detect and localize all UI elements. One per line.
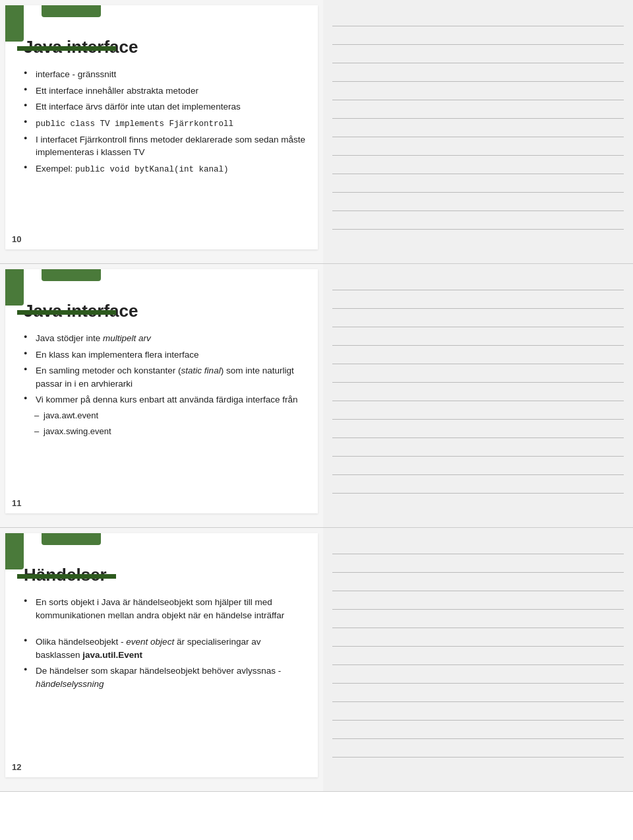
slide-notes-11 [323,264,633,527]
note-line [332,290,624,309]
note-line [332,721,624,739]
deco-title-bar-11 [17,310,116,315]
note-line [332,702,624,721]
list-item: En sorts objekt i Java är händelseobjekt… [24,596,306,622]
note-line [332,193,624,211]
note-line [332,211,624,230]
deco-title-bar-10 [17,46,116,51]
note-line [332,438,624,457]
list-item: interface - gränssnitt [24,68,306,81]
deco-top-left-10 [5,5,24,42]
list-item: I interfacet Fjärrkontroll finns metoder… [24,133,306,159]
note-line [332,63,624,82]
slide-notes-12 [323,528,633,791]
list-item: Ett interface innehåller abstrakta metod… [24,84,306,98]
note-line [332,457,624,475]
slide-left-11: Java interface Java stödjer inte multipe… [0,264,323,527]
slide-notes-10 [323,0,633,263]
note-line [332,536,624,554]
deco-top-bar-12 [42,533,101,545]
list-item: public class TV implements Fjärrkontroll [24,117,306,130]
slide-number-12: 12 [12,762,21,772]
note-line [332,420,624,438]
bullet-list-12b: Olika händelseobjekt - event object är s… [24,635,306,690]
note-line [332,174,624,193]
slide-left-10: Java interface interface - gränssnitt Et… [0,0,323,263]
slide-content-12: En sorts objekt i Java är händelseobjekt… [18,596,306,690]
note-line [332,684,624,702]
list-item: Exempel: public void bytKanal(int kanal) [24,162,306,176]
italic-text: static final [181,366,221,375]
deco-title-bar-12 [17,574,116,579]
slide-row-12: Händelser En sorts objekt i Java är händ… [0,528,633,792]
list-item-sub: java.awt.event [24,410,306,422]
italic-text: multipelt arv [103,333,151,343]
slide-number-11: 11 [12,498,21,508]
note-line [332,346,624,364]
note-line [332,364,624,383]
bullet-list-10: interface - gränssnitt Ett interface inn… [24,68,306,176]
note-line [332,591,624,610]
note-line [332,401,624,420]
note-line [332,156,624,174]
list-item: En samling metoder och konstanter (stati… [24,364,306,390]
note-line [332,45,624,63]
bold-text: java.util.Event [82,650,142,660]
note-line [332,26,624,45]
note-line [332,665,624,684]
list-item: Vi kommer på denna kurs enbart att använ… [24,393,306,406]
slide-content-10: interface - gränssnitt Ett interface inn… [18,68,306,176]
slide-row-10: Java interface interface - gränssnitt Et… [0,0,633,264]
note-line [332,100,624,119]
note-line [332,8,624,26]
note-line [332,383,624,401]
list-item: Java stödjer inte multipelt arv [24,332,306,345]
note-line [332,137,624,156]
italic-text: event object [126,637,174,647]
slide-number-10: 10 [12,234,21,244]
slide-inner-10: Java interface interface - gränssnitt Et… [5,5,318,249]
note-line [332,610,624,628]
list-item: En klass kan implementera flera interfac… [24,348,306,362]
deco-top-left-12 [5,533,24,569]
note-line [332,739,624,758]
note-line [332,272,624,290]
bullet-list-11: Java stödjer inte multipelt arv En klass… [24,332,306,438]
slide-inner-11: Java interface Java stödjer inte multipe… [5,269,318,513]
note-line [332,119,624,137]
slide-left-12: Händelser En sorts objekt i Java är händ… [0,528,323,791]
deco-top-bar-10 [42,5,101,17]
list-item: Olika händelseobjekt - event object är s… [24,635,306,661]
note-line [332,327,624,346]
list-item-sub: javax.swing.event [24,426,306,438]
note-line [332,554,624,573]
slide-row-11: Java interface Java stödjer inte multipe… [0,264,633,528]
page: Java interface interface - gränssnitt Et… [0,0,633,792]
deco-top-bar-11 [42,269,101,281]
code-snippet: public class TV implements Fjärrkontroll [36,119,233,129]
note-line [332,475,624,494]
note-line [332,309,624,327]
list-item: Ett interface ärvs därför inte utan det … [24,100,306,113]
note-line [332,647,624,665]
list-item: De händelser som skapar händelseobjekt b… [24,664,306,690]
note-line [332,628,624,647]
deco-top-left-11 [5,269,24,306]
code-snippet: public void bytKanal(int kanal) [75,165,229,174]
italic-text: händelselyssning [36,679,104,689]
note-line [332,82,624,100]
note-line [332,573,624,591]
bullet-list-12: En sorts objekt i Java är händelseobjekt… [24,596,306,622]
slide-content-11: Java stödjer inte multipelt arv En klass… [18,332,306,438]
slide-inner-12: Händelser En sorts objekt i Java är händ… [5,533,318,777]
